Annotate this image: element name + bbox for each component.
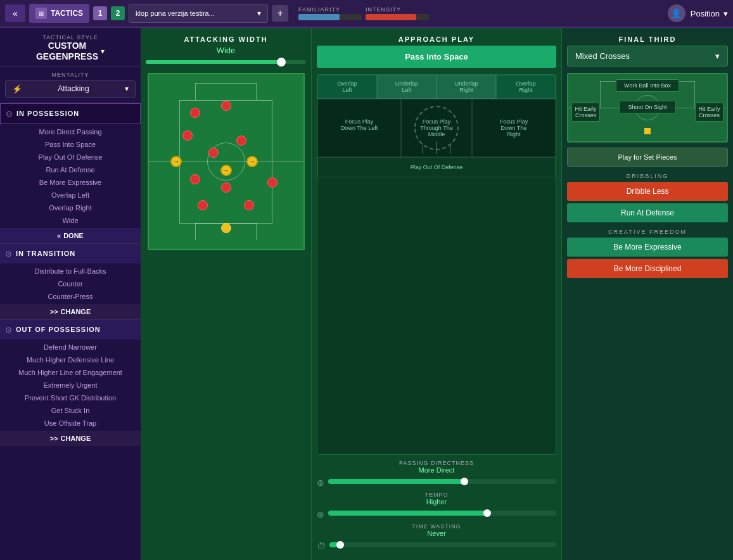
out-possession-change-button[interactable]: >> CHANGE [0, 431, 141, 446]
final-third-selected: Mixed Crosses [575, 51, 630, 61]
add-tab-button[interactable]: + [272, 5, 288, 22]
mentality-label: MENTALITY [5, 72, 136, 78]
out-item-4[interactable]: Extremely Urgent [0, 379, 141, 391]
pass-into-space-button[interactable]: Pass Into Space [317, 46, 556, 68]
passing-directness-slider[interactable] [328, 479, 556, 484]
tempo-label: TEMPO [317, 492, 556, 498]
overlap-left-zone[interactable]: OverlapLeft [317, 75, 377, 99]
tactical-style-label: TACTICAL STYLE [5, 34, 136, 41]
underlap-right-zone[interactable]: UnderlapRight [437, 75, 496, 99]
out-possession-header[interactable]: ⊙ OUT OF POSSESSION [0, 320, 141, 340]
focus-middle-zone[interactable]: Focus PlayThrough TheMiddle [401, 99, 472, 157]
mentality-dropdown[interactable]: ⚡ Attacking ▾ [5, 80, 136, 98]
intensity-bar [366, 14, 416, 20]
mentality-icon: ⚡ [12, 84, 22, 94]
tempo-slider[interactable] [328, 511, 556, 516]
out-item-2[interactable]: Much Higher Defensive Line [0, 353, 141, 366]
overlap-right-zone[interactable]: OverlapRight [496, 75, 556, 99]
final-third-dropdown[interactable]: Mixed Crosses ▾ [567, 46, 728, 67]
familiarity-section: FAMILIARITY [298, 6, 362, 20]
player-arrow-left: → [170, 156, 182, 167]
player-arrow-cm: → [220, 165, 232, 176]
dribble-less-button[interactable]: Dribble Less [567, 182, 728, 201]
time-wasting-section: TIME WASTING Never ⏱ [317, 523, 556, 552]
play-out-defense-zone[interactable]: Play Out Of Defense [317, 157, 556, 177]
attacking-width-value: Wide [217, 46, 236, 55]
out-item-6[interactable]: Get Stuck In [0, 404, 141, 417]
focus-right-zone[interactable]: Focus PlayDown TheRight [472, 99, 556, 157]
in-transition-header[interactable]: ⊙ IN TRANSITION [0, 244, 141, 264]
run-at-defense-button[interactable]: Run At Defense [567, 203, 728, 222]
in-possession-header[interactable]: ⊙ IN POSSESSION [0, 103, 141, 124]
tactical-style-dropdown[interactable]: CUSTOMGEGENPRESS ▾ [5, 41, 136, 62]
pitch-penalty-right-top [256, 83, 257, 101]
tempo-icon: ⊛ [317, 509, 324, 519]
work-ball-into-box-option[interactable]: Work Ball Into Box [616, 79, 679, 92]
time-wasting-slider[interactable] [329, 542, 556, 547]
out-item-1[interactable]: Defend Narrower [0, 341, 141, 353]
position-label: Position [691, 9, 720, 18]
focus-left-zone[interactable]: Focus PlayDown The Left [317, 99, 401, 157]
main-layout: TACTICAL STYLE CUSTOMGEGENPRESS ▾ MENTAL… [0, 28, 733, 560]
tempo-slider-row: ⊛ [317, 508, 556, 521]
mentality-value: Attacking [58, 84, 89, 93]
possession-done-button[interactable]: « DONE [0, 228, 141, 243]
tempo-thumb[interactable] [483, 509, 491, 517]
possession-item-8[interactable]: Wide [0, 214, 141, 227]
underlap-left-zone[interactable]: UnderlapLeft [377, 75, 437, 99]
tab-2[interactable]: 2 [111, 6, 125, 20]
out-item-7[interactable]: Use Offside Trap [0, 417, 141, 430]
intensity-section: INTENSITY [366, 6, 429, 20]
possession-item-3[interactable]: Play Out Of Defense [0, 151, 141, 163]
width-slider-thumb[interactable] [277, 58, 286, 67]
time-waste-thumb[interactable] [336, 541, 344, 549]
out-possession-title: OUT OF POSSESSION [16, 326, 101, 333]
passing-directness-icon: ⊕ [317, 478, 324, 488]
attacking-width-panel: ATTACKING WIDTH Wide [141, 28, 312, 560]
hit-early-crosses-left-option[interactable]: Hit EarlyCrosses [571, 103, 600, 122]
tactical-style-section: TACTICAL STYLE CUSTOMGEGENPRESS ▾ [0, 28, 141, 67]
transition-item-3[interactable]: Counter-Press [0, 290, 141, 303]
middle-zones-row: Focus PlayDown The Left Focus PlayThroug… [317, 99, 556, 157]
set-pieces-button[interactable]: Play for Set Pieces [567, 148, 728, 167]
mentality-chevron: ▾ [125, 84, 129, 93]
be-more-disciplined-button[interactable]: Be More Disciplined [567, 259, 728, 278]
tactics-label: TACTICS [51, 9, 83, 18]
possession-title: IN POSSESSION [16, 110, 79, 117]
passing-dir-fill [328, 479, 465, 484]
time-wasting-label: TIME WASTING [317, 523, 556, 530]
ft-box-left [600, 81, 601, 108]
possession-item-2[interactable]: Pass Into Space [0, 138, 141, 151]
transition-item-1[interactable]: Distribute to Full-Backs [0, 265, 141, 277]
formation-dropdown[interactable]: klop puna verzija testira... ▾ [129, 4, 268, 23]
be-more-expressive-button[interactable]: Be More Expressive [567, 238, 728, 257]
passing-dir-thumb[interactable] [461, 478, 468, 485]
shoot-on-sight-option[interactable]: Shoot On Sight [619, 101, 676, 113]
transition-title: IN TRANSITION [16, 250, 75, 257]
arrow-right [450, 145, 450, 154]
possession-item-5[interactable]: Be More Expressive [0, 176, 141, 189]
position-button[interactable]: Position ▾ [691, 9, 728, 18]
width-slider-track [146, 60, 306, 64]
intensity-label: INTENSITY [366, 6, 429, 13]
attacking-width-slider[interactable] [146, 60, 306, 64]
transition-item-2[interactable]: Counter [0, 277, 141, 290]
back-button[interactable]: « [5, 4, 25, 22]
possession-item-6[interactable]: Overlap Left [0, 189, 141, 201]
time-wasting-slider-row: ⏱ [317, 540, 556, 552]
possession-item-1[interactable]: More Direct Passing [0, 125, 141, 138]
tactical-style-chevron: ▾ [101, 47, 105, 56]
possession-item-4[interactable]: Run At Defense [0, 163, 141, 176]
out-item-3[interactable]: Much Higher Line of Engagement [0, 366, 141, 379]
approach-play-panel: APPROACH PLAY Pass Into Space OverlapLef… [312, 28, 562, 560]
hit-early-crosses-right-option[interactable]: Hit EarlyCrosses [695, 103, 723, 122]
pitch-penalty-left-bottom [195, 223, 196, 241]
out-item-5[interactable]: Prevent Short GK Distribution [0, 391, 141, 404]
tab-1[interactable]: 1 [93, 6, 107, 20]
transition-change-icon: >> [50, 308, 58, 315]
done-icon: « [57, 232, 61, 239]
possession-item-7[interactable]: Overlap Right [0, 201, 141, 214]
transition-change-button[interactable]: >> CHANGE [0, 304, 141, 319]
familiarity-label: FAMILIARITY [298, 6, 362, 13]
tactics-tab: ⊞ TACTICS [29, 4, 89, 23]
